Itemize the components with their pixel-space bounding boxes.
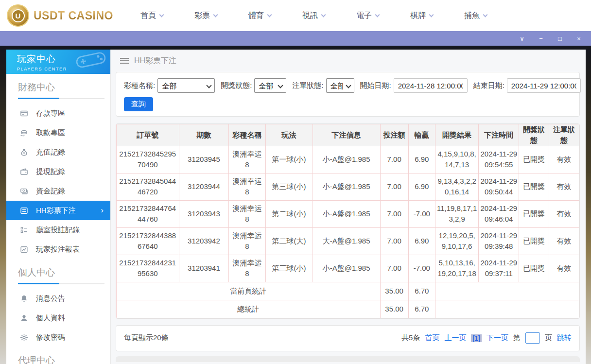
- col-header-3: 玩法: [265, 124, 313, 146]
- nav-item-board-games[interactable]: 棋牌: [410, 11, 433, 21]
- start-date-input[interactable]: [394, 78, 468, 93]
- table-cell: 2152173284504446720: [117, 173, 179, 200]
- table-cell: 已開獎: [519, 146, 549, 173]
- next-page-link[interactable]: 下一页: [487, 333, 508, 343]
- summary-empty-cell: [435, 300, 579, 318]
- nav-item-live-video[interactable]: 視訊: [302, 11, 325, 21]
- menu-toggle-icon[interactable]: [120, 58, 129, 64]
- section-underline: [18, 98, 104, 99]
- order-status-label: 注單狀態:: [292, 81, 323, 90]
- window-maximize-icon[interactable]: □: [556, 35, 563, 42]
- nav-item-lottery[interactable]: 彩票: [194, 11, 217, 21]
- sidebar-item-label: 玩家投注報表: [36, 245, 80, 254]
- table-cell: 有效: [549, 200, 579, 227]
- nav-item-sports[interactable]: 體育: [248, 11, 271, 21]
- sidebar-item-password[interactable]: 修改密碼: [6, 328, 110, 347]
- logo-letter: U: [12, 9, 25, 22]
- table-cell: 7.00: [380, 173, 408, 200]
- nav-item-label: 棋牌: [410, 11, 426, 21]
- main-nav: 首頁彩票體育視訊電子棋牌捕魚: [140, 11, 487, 21]
- lottery-bet-icon: [20, 207, 28, 215]
- table-cell: 有效: [549, 173, 579, 200]
- draw-status-select[interactable]: 全部: [254, 78, 286, 93]
- table-row: 215217328450444672031203944澳洲幸运8第三球(小)小-…: [117, 173, 579, 200]
- nav-item-home[interactable]: 首頁: [140, 11, 163, 21]
- first-page-link[interactable]: 首页: [425, 333, 439, 343]
- page-jump-input[interactable]: [525, 332, 540, 344]
- table-cell: 第三球(小): [265, 255, 313, 282]
- prev-page-link[interactable]: 上一页: [444, 333, 466, 343]
- table-row: 215217328447644476031203943澳洲幸运8第二球(小)小-…: [117, 200, 579, 227]
- sidebar-item-funds-record[interactable]: 資金記錄: [6, 181, 110, 201]
- sidebar-item-label: 取款專區: [36, 128, 65, 138]
- chevron-down-icon: [429, 12, 434, 17]
- jump-prefix: 第: [513, 333, 521, 343]
- sidebar-item-profile[interactable]: 個人資料: [6, 308, 110, 328]
- nav-item-label: 視訊: [302, 11, 318, 21]
- table-cell: 第一球(小): [265, 146, 313, 173]
- summary-winloss-total: 6.70: [408, 300, 435, 318]
- jump-suffix: 页: [545, 333, 552, 343]
- room-bet-record-icon: [20, 226, 28, 234]
- order-status-select[interactable]: 全部: [326, 78, 354, 93]
- nav-item-fishing[interactable]: 捕魚: [464, 11, 487, 21]
- sidebar-item-player-report[interactable]: 玩家投注報表: [6, 240, 110, 259]
- table-row: 215217328443886764031203942澳洲幸运8第二球(大)大-…: [117, 227, 579, 255]
- sidebar-item-label: 提現記錄: [36, 167, 65, 176]
- sidebar-item-deposit[interactable]: 存款專區: [6, 104, 110, 123]
- table-cell: 已開獎: [519, 173, 549, 200]
- table-cell: 小-A盤@1.985: [313, 255, 380, 282]
- sidebar-item-withdrawal-record[interactable]: 提現記錄: [6, 162, 110, 181]
- table-cell: 2024-11-29 09:46:04: [479, 200, 519, 227]
- table-cell: 4,15,9,10,8,14,7,13: [435, 146, 478, 173]
- nav-item-slots[interactable]: 電子: [356, 11, 379, 21]
- table-cell: 大-A盤@1.985: [313, 227, 380, 255]
- table-cell: 31203944: [179, 173, 229, 200]
- summary-empty-cell: [435, 282, 579, 300]
- lottery-name-select[interactable]: 全部: [157, 78, 215, 93]
- chevron-down-icon: [321, 12, 326, 17]
- col-header-2: 彩種名稱: [229, 124, 265, 146]
- window-close-icon[interactable]: ×: [575, 35, 582, 42]
- col-header-10: 注單狀態: [549, 124, 579, 146]
- table-cell: 2024-11-29 09:50:44: [479, 173, 519, 200]
- table-cell: 31203942: [179, 227, 229, 255]
- chevron-down-icon: [159, 12, 164, 17]
- table-cell: 第二球(小): [265, 200, 313, 227]
- nav-item-label: 捕魚: [464, 11, 480, 21]
- profile-icon: [20, 314, 28, 322]
- chevron-down-icon: [213, 12, 218, 17]
- brand-logo: U USDT CASINO: [0, 4, 113, 27]
- table-cell: 7.00: [380, 255, 408, 282]
- window-dropdown-icon[interactable]: ∨: [519, 35, 525, 42]
- end-date-label: 結束日期:: [473, 81, 504, 90]
- col-header-7: 開獎結果: [435, 124, 478, 146]
- table-cell: 小-A盤@1.985: [313, 200, 380, 227]
- current-page[interactable]: [1]: [471, 334, 482, 342]
- announcement-icon: [20, 295, 28, 303]
- draw-status-label: 開獎狀態:: [221, 81, 252, 90]
- sidebar-item-lottery-bet[interactable]: HH彩票下注›: [6, 201, 110, 220]
- end-date-input[interactable]: [507, 78, 581, 93]
- col-header-9: 開獎狀態: [519, 124, 549, 146]
- sidebar-item-room-bet-record[interactable]: 廳室投註記錄: [6, 220, 110, 240]
- table-cell: 2024-11-29 09:37:11: [479, 255, 519, 282]
- table-cell: -7.00: [408, 200, 435, 227]
- sidebar-section-title: 個人中心: [6, 259, 110, 283]
- search-button[interactable]: 查詢: [124, 97, 153, 111]
- table-cell: 2024-11-29 09:54:55: [479, 146, 519, 173]
- sidebar-item-recharge-record[interactable]: 充值記錄: [6, 142, 110, 162]
- casino-logo-icon: U: [7, 4, 29, 27]
- sidebar-item-announcement[interactable]: 消息公告: [6, 289, 110, 308]
- table-cell: 有效: [549, 227, 579, 255]
- sidebar-item-label: 廳室投註記錄: [36, 225, 80, 235]
- nav-item-label: 體育: [248, 11, 264, 21]
- table-cell: 12,19,20,5,9,10,17,6: [435, 227, 478, 255]
- table-cell: 31203941: [179, 255, 229, 282]
- window-minimize-icon[interactable]: −: [538, 35, 544, 42]
- jump-button[interactable]: 跳转: [557, 333, 572, 343]
- chevron-down-icon: [483, 12, 488, 17]
- section-underline: [18, 283, 104, 284]
- sidebar-item-withdraw[interactable]: 取款專區: [6, 123, 110, 142]
- sidebar-header: 玩家中心 PLAYERS CENTER: [6, 50, 110, 74]
